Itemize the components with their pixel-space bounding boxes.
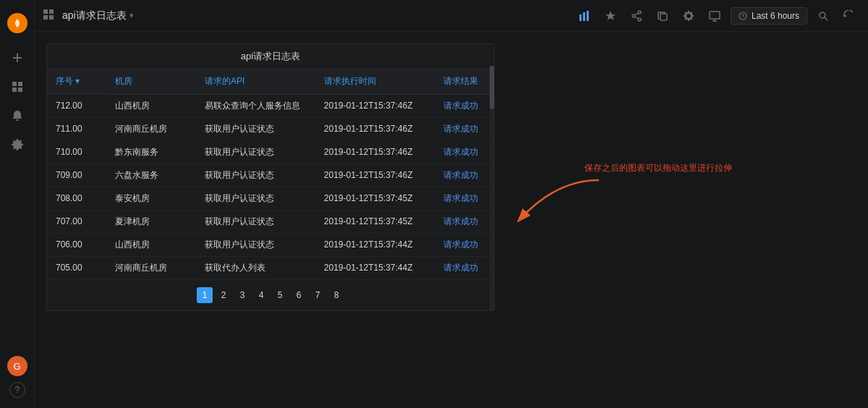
table-row: 709.00 六盘水服务 获取用户认证状态 2019-01-12T15:37:4…: [47, 163, 494, 187]
page-button[interactable]: 4: [253, 287, 269, 303]
svg-line-23: [825, 17, 827, 20]
data-table: 序号 ▾ 机房 请求的API 请求执行时间: [47, 69, 494, 280]
cell-api: 获取代办人列表: [196, 256, 315, 279]
cell-time: 2019-01-12T15:37:46Z: [315, 163, 435, 187]
table-row: 712.00 山西机房 易联众查询个人服务信息 2019-01-12T15:37…: [47, 94, 494, 117]
cell-api: 获取用户认证状态: [196, 233, 315, 256]
refresh-button[interactable]: [839, 6, 859, 26]
page-button[interactable]: 1: [197, 287, 213, 303]
topbar-grid-icon: [43, 9, 54, 22]
table-container: 序号 ▾ 机房 请求的API 请求执行时间: [47, 69, 494, 280]
sidebar-settings-icon[interactable]: [4, 132, 30, 158]
table-row: 708.00 泰安机房 获取用户认证状态 2019-01-12T15:37:45…: [47, 187, 494, 210]
cell-seq: 710.00: [47, 140, 106, 163]
cell-result: 请求成功: [435, 140, 494, 163]
time-range-button[interactable]: Last 6 hours: [731, 7, 807, 25]
cell-room: 山西机房: [106, 233, 196, 256]
content-area: api请求日志表 序号 ▾ 机房 请求的API: [35, 32, 868, 408]
col-header-room[interactable]: 机房: [106, 69, 196, 94]
svg-point-13: [632, 14, 635, 17]
sidebar: G ?: [0, 0, 35, 408]
sidebar-avatar[interactable]: G: [7, 356, 27, 376]
cell-api: 易联众查询个人服务信息: [196, 94, 315, 117]
svg-rect-6: [49, 9, 54, 14]
main-content: api请求日志表 ▾: [35, 0, 868, 408]
table-row: 711.00 河南商丘机房 获取用户认证状态 2019-01-12T15:37:…: [47, 117, 494, 140]
cell-time: 2019-01-12T15:37:46Z: [315, 140, 435, 163]
cell-result: 请求成功: [435, 117, 494, 140]
page-button[interactable]: 5: [272, 287, 288, 303]
pagination: 12345678: [47, 280, 494, 310]
svg-rect-17: [660, 14, 667, 20]
sidebar-bell-icon[interactable]: [4, 103, 30, 129]
cell-time: 2019-01-12T15:37:46Z: [315, 94, 435, 117]
col-header-time[interactable]: 请求执行时间: [315, 69, 435, 94]
search-button[interactable]: [813, 6, 833, 26]
cell-result: 请求成功: [435, 256, 494, 279]
sidebar-bottom: G ?: [7, 356, 27, 401]
svg-rect-7: [43, 15, 48, 20]
cell-api: 获取用户认证状态: [196, 210, 315, 233]
page-title[interactable]: api请求日志表 ▾: [62, 9, 134, 22]
svg-rect-18: [710, 12, 720, 19]
cell-api: 获取用户认证状态: [196, 187, 315, 210]
cell-room: 山西机房: [106, 94, 196, 117]
annotation-container: 保存之后的图表可以拖动这里进行拉伸: [498, 177, 606, 237]
svg-rect-2: [18, 82, 22, 86]
table-row: 705.00 河南商丘机房 获取代办人列表 2019-01-12T15:37:4…: [47, 256, 494, 279]
cell-api: 获取用户认证状态: [196, 117, 315, 140]
cell-api: 获取用户认证状态: [196, 140, 315, 163]
svg-rect-4: [18, 88, 22, 92]
cell-result: 请求成功: [435, 210, 494, 233]
cell-seq: 711.00: [47, 117, 106, 140]
sidebar-add-icon[interactable]: [4, 45, 30, 71]
settings-button[interactable]: [678, 6, 699, 26]
cell-seq: 712.00: [47, 94, 106, 117]
sidebar-grid-icon[interactable]: [4, 74, 30, 100]
page-button[interactable]: 3: [234, 287, 250, 303]
star-button[interactable]: [600, 6, 621, 26]
page-button[interactable]: 7: [310, 287, 326, 303]
svg-line-15: [635, 13, 638, 15]
table-row: 706.00 山西机房 获取用户认证状态 2019-01-12T15:37:44…: [47, 233, 494, 256]
svg-point-22: [820, 12, 825, 18]
sidebar-help-icon[interactable]: ?: [9, 382, 25, 398]
svg-rect-10: [583, 12, 585, 21]
cell-seq: 707.00: [47, 210, 106, 233]
svg-point-14: [638, 18, 641, 21]
svg-rect-9: [579, 14, 582, 21]
topbar-actions: Last 6 hours: [574, 6, 859, 26]
page-button[interactable]: 6: [291, 287, 307, 303]
monitor-button[interactable]: [705, 6, 725, 26]
cell-result: 请求成功: [435, 233, 494, 256]
app-logo[interactable]: [7, 13, 27, 33]
svg-line-16: [635, 17, 638, 19]
scrollbar[interactable]: [490, 66, 494, 310]
page-button[interactable]: 8: [328, 287, 344, 303]
svg-rect-8: [49, 15, 54, 20]
scroll-thumb: [490, 66, 494, 109]
cell-room: 夏津机房: [106, 210, 196, 233]
data-panel: api请求日志表 序号 ▾ 机房 请求的API: [46, 43, 495, 311]
cell-seq: 706.00: [47, 233, 106, 256]
annotation-arrow: [498, 177, 606, 234]
copy-button[interactable]: [652, 6, 673, 26]
svg-rect-3: [12, 88, 17, 92]
cell-room: 黔东南服务: [106, 140, 196, 163]
annotation-text: 保存之后的图表可以拖动这里进行拉伸: [584, 162, 732, 174]
cell-seq: 705.00: [47, 256, 106, 279]
col-header-seq[interactable]: 序号 ▾: [47, 69, 105, 94]
cell-time: 2019-01-12T15:37:45Z: [315, 210, 435, 233]
time-range-label: Last 6 hours: [752, 11, 799, 21]
svg-point-12: [638, 11, 641, 14]
col-header-result[interactable]: 请求结果: [435, 69, 494, 94]
col-header-api[interactable]: 请求的API: [196, 69, 315, 94]
share-button[interactable]: [626, 6, 647, 26]
cell-result: 请求成功: [435, 187, 494, 210]
bar-chart-button[interactable]: [574, 6, 595, 26]
svg-rect-1: [12, 82, 17, 86]
page-button[interactable]: 2: [216, 287, 231, 303]
cell-result: 请求成功: [435, 163, 494, 187]
cell-room: 泰安机房: [106, 187, 196, 210]
cell-time: 2019-01-12T15:37:44Z: [315, 256, 435, 279]
